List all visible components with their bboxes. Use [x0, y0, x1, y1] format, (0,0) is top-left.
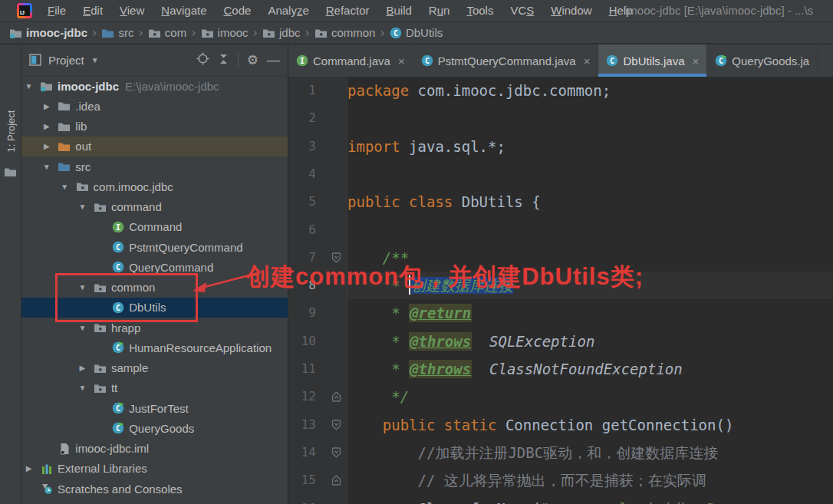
- breadcrumb-item-imooc[interactable]: imooc: [199, 26, 250, 39]
- class-icon: C: [606, 54, 618, 67]
- tree-item-Command[interactable]: ICommand: [21, 217, 288, 237]
- tree-item-sample[interactable]: ▶sample: [21, 358, 288, 378]
- project-panel-header: Project ▼ ⚙—: [21, 44, 288, 76]
- tree-item-PstmtQueryCommand[interactable]: CPstmtQueryCommand: [21, 237, 288, 257]
- collapse-all-button[interactable]: [218, 53, 229, 68]
- tool-window-tab-project[interactable]: 1: Project: [0, 89, 21, 173]
- tree-item-External Libraries[interactable]: ▶External Libraries: [21, 459, 288, 479]
- class-icon: C: [390, 27, 402, 39]
- menu-vcs[interactable]: VCS: [502, 0, 542, 21]
- tab-QueryGoods.ja[interactable]: CQueryGoods.ja: [707, 44, 818, 77]
- chevron-down-icon[interactable]: ▼: [59, 183, 71, 191]
- breadcrumb-item-DbUtils[interactable]: CDbUtils: [388, 26, 444, 39]
- tree-item-lib[interactable]: ▶lib: [21, 117, 288, 137]
- breadcrumb-item-jdbc[interactable]: jdbc: [261, 26, 302, 39]
- chevron-right-icon[interactable]: ▶: [41, 102, 52, 110]
- menu-run[interactable]: Run: [420, 0, 459, 21]
- project-panel-title[interactable]: Project: [48, 54, 84, 67]
- breadcrumb-item-common[interactable]: common: [313, 26, 377, 39]
- svg-text:C: C: [610, 57, 614, 65]
- tab-PstmtQueryCommand.java[interactable]: CPstmtQueryCommand.java×: [413, 44, 599, 77]
- tree-item-out[interactable]: ▶out: [21, 137, 288, 156]
- code-line-10[interactable]: 10 * @throws SQLException: [288, 328, 833, 355]
- breadcrumb-item-src[interactable]: src: [100, 26, 135, 39]
- tree-item-imooc-jdbc[interactable]: ▼imooc-jdbcE:\java\imooc-jdbc: [21, 76, 288, 96]
- menu-refactor[interactable]: Refactor: [318, 0, 378, 21]
- tree-item-imooc-jdbc.iml[interactable]: imooc-jdbc.iml: [21, 439, 288, 459]
- breadcrumb-separator-icon: ›: [302, 25, 313, 40]
- line-number: 5: [288, 188, 316, 216]
- tab-DbUtils.java[interactable]: CDbUtils.java×: [598, 44, 707, 77]
- folder-excluded-icon: [58, 140, 71, 153]
- folder-icon[interactable]: [4, 166, 17, 178]
- code-line-13[interactable]: 13 public static Connection getConnectio…: [288, 411, 833, 439]
- fold-end-icon[interactable]: [331, 391, 341, 403]
- tree-item-command[interactable]: ▼command: [21, 197, 288, 217]
- chevron-right-icon[interactable]: ▶: [41, 142, 52, 150]
- chevron-down-icon[interactable]: ▼: [77, 203, 88, 211]
- tree-item-QueryGoods[interactable]: CQueryGoods: [21, 418, 288, 438]
- folder-src-icon: [101, 27, 114, 39]
- code-line-2[interactable]: 2: [288, 104, 833, 132]
- breadcrumb-item-imooc-jdbc[interactable]: imooc-jdbc: [8, 26, 89, 39]
- code-line-12[interactable]: 12 */: [288, 383, 833, 410]
- chevron-down-icon[interactable]: ▼: [77, 324, 88, 332]
- breadcrumb-separator-icon: ›: [250, 25, 261, 40]
- locate-file-button[interactable]: [196, 52, 209, 68]
- chevron-down-icon[interactable]: ▼: [91, 56, 99, 64]
- tree-item-.idea[interactable]: ▶.idea: [21, 96, 288, 116]
- code-line-14[interactable]: 14 //加载并注册JDBC驱动，和，创建数据库连接: [288, 439, 833, 466]
- menu-tools[interactable]: Tools: [458, 0, 502, 21]
- code-line-3[interactable]: 3import java.sql.*;: [288, 133, 833, 160]
- tree-item-tt[interactable]: ▼tt: [21, 378, 288, 398]
- fold-region-icon[interactable]: [331, 419, 341, 430]
- chevron-down-icon[interactable]: ▼: [23, 82, 35, 91]
- menu-window[interactable]: Window: [542, 0, 600, 21]
- menu-code[interactable]: Code: [216, 0, 260, 21]
- fold-region-icon[interactable]: [331, 447, 341, 459]
- tab-Command.java[interactable]: ICommand.java×: [288, 44, 413, 77]
- tree-item-com.imooc.jdbc[interactable]: ▼com.imooc.jdbc: [21, 176, 288, 196]
- tree-item-HumanResourceApplication[interactable]: CHumanResourceApplication: [21, 338, 288, 357]
- intellij-idea-logo-icon: IJ: [17, 3, 32, 18]
- code-line-1[interactable]: 1package com.imooc.jdbc.common;: [288, 77, 833, 104]
- code-line-11[interactable]: 11 * @throws ClassNotFoundException: [288, 355, 833, 383]
- line-number: 6: [288, 216, 316, 244]
- tree-item-JustForTest[interactable]: CJustForTest: [21, 398, 288, 418]
- fold-end-icon[interactable]: [331, 475, 341, 486]
- package-icon: [148, 27, 161, 39]
- menu-edit[interactable]: Edit: [74, 0, 111, 21]
- divider: [238, 52, 239, 68]
- menu-file[interactable]: File: [39, 0, 74, 21]
- hide-panel-button[interactable]: —: [267, 54, 280, 67]
- package-icon: [314, 27, 328, 39]
- menu-navigate[interactable]: Navigate: [153, 0, 215, 21]
- code-line-4[interactable]: 4: [288, 160, 833, 188]
- tree-item-Scratches and Consoles[interactable]: Scratches and Consoles: [21, 479, 288, 499]
- menu-analyze[interactable]: Analyze: [259, 0, 317, 21]
- folder-icon: [58, 120, 71, 133]
- menu-view[interactable]: View: [111, 0, 153, 21]
- tree-item-src[interactable]: ▼src: [21, 156, 288, 176]
- chevron-right-icon[interactable]: ▶: [41, 122, 52, 130]
- code-line-5[interactable]: 5public class DbUtils {: [288, 188, 833, 216]
- package-icon: [94, 201, 107, 213]
- menu-build[interactable]: Build: [377, 0, 420, 21]
- settings-gear-icon[interactable]: ⚙: [247, 54, 258, 67]
- code-line-6[interactable]: 6: [288, 216, 833, 244]
- interface-icon: I: [111, 221, 124, 233]
- chevron-down-icon[interactable]: ▼: [41, 163, 52, 171]
- code-line-16[interactable]: 16 Class.forName("com.mysql.cj.jdbc.Dr: [288, 495, 833, 504]
- class-run-icon: C: [111, 422, 124, 434]
- breadcrumb-item-com[interactable]: com: [147, 26, 188, 39]
- close-icon[interactable]: ×: [693, 54, 700, 68]
- line-number: 11: [288, 355, 316, 383]
- chevron-right-icon[interactable]: ▶: [77, 364, 88, 372]
- close-icon[interactable]: ×: [398, 54, 405, 68]
- code-line-15[interactable]: 15 // 这儿将异常抛出，而不是捕获；在实际调: [288, 466, 833, 494]
- chevron-down-icon[interactable]: ▼: [77, 384, 88, 392]
- code-line-9[interactable]: 9 * @return: [288, 299, 833, 327]
- menu-bar: IJ FileEditViewNavigateCodeAnalyzeRefact…: [0, 0, 833, 22]
- close-icon[interactable]: ×: [584, 54, 591, 68]
- chevron-right-icon[interactable]: ▶: [23, 464, 35, 473]
